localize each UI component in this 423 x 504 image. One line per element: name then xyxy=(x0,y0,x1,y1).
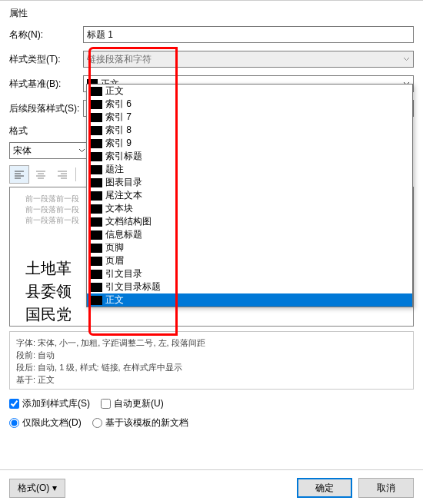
dropdown-item[interactable]: 尾注文本 xyxy=(87,189,412,202)
dropdown-item[interactable]: 正文 xyxy=(87,293,412,307)
swatch-icon xyxy=(90,217,102,227)
dropdown-item[interactable]: 索引标题 xyxy=(87,150,412,163)
dropdown-item[interactable]: 文本块 xyxy=(87,202,412,215)
swatch-icon xyxy=(90,113,102,122)
dropdown-item[interactable]: 正文 xyxy=(87,85,412,98)
swatch-icon xyxy=(90,152,102,161)
font-name-combo[interactable]: 宋体 xyxy=(9,142,89,159)
align-left-button[interactable] xyxy=(9,165,29,184)
auto-update-checkbox[interactable]: 自动更新(U) xyxy=(101,397,164,410)
dropdown-item[interactable]: 页脚 xyxy=(87,241,412,254)
swatch-icon xyxy=(90,296,102,305)
new-docs-template-radio[interactable]: 基于该模板的新文档 xyxy=(92,416,188,429)
dropdown-item[interactable]: 引文目录标题 xyxy=(87,280,412,293)
next-style-label: 后续段落样式(S): xyxy=(9,102,83,115)
add-to-gallery-checkbox[interactable]: 添加到样式库(S) xyxy=(9,397,90,410)
swatch-icon xyxy=(90,87,102,96)
chevron-down-icon: ▾ xyxy=(52,482,57,493)
swatch-icon xyxy=(90,204,102,214)
dropdown-item[interactable]: 文档结构图 xyxy=(87,215,412,228)
name-input[interactable] xyxy=(83,26,414,43)
dropdown-item[interactable]: 索引 6 xyxy=(87,98,412,111)
dropdown-item[interactable]: 题注 xyxy=(87,163,412,176)
style-type-label: 样式类型(T): xyxy=(9,53,83,66)
next-style-dropdown-list[interactable]: 正文索引 6索引 7索引 8索引 9索引标题题注图表目录尾注文本文本块文档结构图… xyxy=(86,84,413,307)
format-menu-button[interactable]: 格式(O) ▾ xyxy=(9,479,65,498)
cancel-button[interactable]: 取消 xyxy=(358,478,414,498)
swatch-icon xyxy=(90,270,102,279)
swatch-icon xyxy=(90,165,102,174)
style-based-label: 样式基准(B): xyxy=(9,78,83,91)
align-right-button[interactable] xyxy=(52,165,72,184)
dropdown-item[interactable]: 索引 8 xyxy=(87,124,412,137)
dropdown-item[interactable]: 信息标题 xyxy=(87,228,412,241)
swatch-icon xyxy=(90,191,102,201)
modify-style-dialog: 属性 名称(N): 样式类型(T): 链接段落和字符 样式基准(B): 正文 xyxy=(0,0,423,504)
name-label: 名称(N): xyxy=(9,28,83,41)
style-info-box: 字体: 宋体, 小一, 加粗, 字距调整二号, 左, 段落间距 段前: 自动 段… xyxy=(9,331,414,390)
chevron-down-icon xyxy=(400,51,413,67)
align-center-button[interactable] xyxy=(31,165,51,184)
style-type-combo: 链接段落和字符 xyxy=(83,51,414,68)
dropdown-item[interactable]: 索引 7 xyxy=(87,111,412,124)
dropdown-item[interactable]: 索引 9 xyxy=(87,137,412,150)
swatch-icon xyxy=(90,126,102,135)
swatch-icon xyxy=(90,230,102,240)
swatch-icon xyxy=(90,139,102,148)
dropdown-item[interactable]: 引文目录 xyxy=(87,267,412,280)
only-this-doc-radio[interactable]: 仅限此文档(D) xyxy=(9,416,82,429)
swatch-icon xyxy=(90,283,102,292)
swatch-icon xyxy=(90,100,102,109)
properties-section-title: 属性 xyxy=(9,7,414,20)
ok-button[interactable]: 确定 xyxy=(297,478,352,498)
dropdown-item[interactable]: 页眉 xyxy=(87,254,412,267)
swatch-icon xyxy=(90,244,102,253)
swatch-icon xyxy=(90,178,102,187)
swatch-icon xyxy=(90,257,102,266)
dropdown-item[interactable]: 图表目录 xyxy=(87,176,412,189)
